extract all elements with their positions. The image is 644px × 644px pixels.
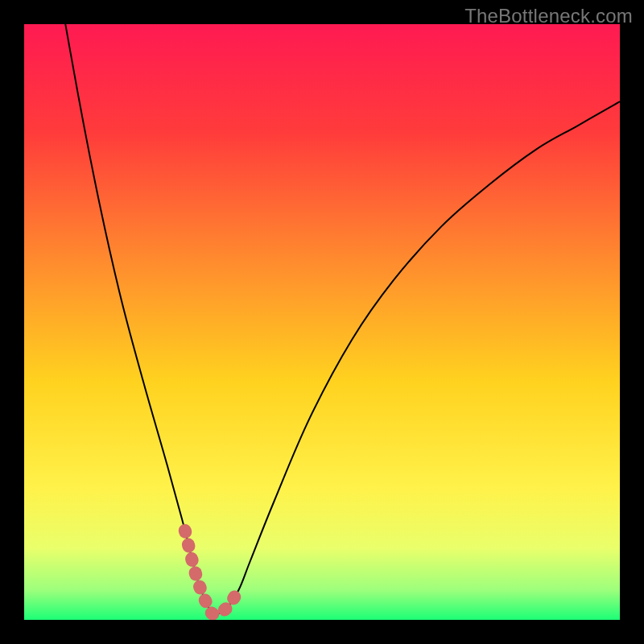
watermark-text: TheBottleneck.com	[464, 5, 633, 27]
chart-svg	[24, 24, 620, 620]
plot-area	[24, 24, 620, 620]
chart-container: TheBottleneck.com	[0, 0, 644, 644]
gradient-background	[24, 24, 620, 620]
